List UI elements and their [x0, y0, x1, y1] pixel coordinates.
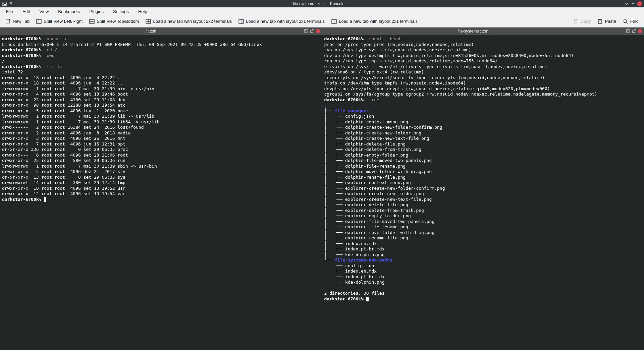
paste-button[interactable]: Paste [595, 17, 619, 25]
menu-edit[interactable]: Edit [19, 8, 33, 15]
menu-file[interactable]: File [3, 8, 16, 15]
split-lr-label: Split View Left/Right [44, 19, 83, 24]
tab-row: / : zsh file-systems : zsh [0, 27, 644, 35]
split-lr-button[interactable]: Split View Left/Right [34, 17, 85, 25]
tab-right[interactable]: file-systems : zsh [322, 27, 644, 35]
layout-2x1-b-icon [331, 19, 337, 24]
svg-line-17 [626, 22, 628, 23]
layout-2x2-label: Load a new tab with layout 2x2 terminals [153, 19, 232, 24]
svg-rect-19 [311, 30, 313, 33]
split-tb-label: Split View Top/Bottom [97, 19, 139, 24]
copy-icon [573, 19, 579, 24]
menu-bookmarks[interactable]: Bookmarks [55, 8, 83, 15]
tab-right-expand-icon[interactable] [626, 29, 631, 34]
terminal-left[interactable]: darkstar-6700k% uname -a Linux darkstar-… [0, 35, 322, 350]
copy-label: Copy [581, 19, 591, 24]
terminal-right[interactable]: darkstar-6700k% mount | head proc on /pr… [322, 35, 644, 350]
menubar: File Edit View Bookmarks Plugins Setting… [0, 7, 644, 15]
maximize-icon[interactable] [631, 1, 635, 6]
layout-2x1-a-button[interactable]: Load a new tab with layout 2x1 terminals [236, 17, 327, 25]
search-icon [623, 19, 628, 24]
tab-left-expand-icon[interactable] [304, 29, 309, 34]
menu-plugins[interactable]: Plugins [86, 8, 107, 15]
layout-2x2-button[interactable]: Load a new tab with layout 2x2 terminals [143, 17, 234, 25]
toolbar: New Tab Split View Left/Right Split View… [0, 15, 644, 27]
layout-2x2-icon [146, 19, 151, 24]
svg-rect-21 [633, 30, 635, 33]
paste-label: Paste [605, 19, 616, 24]
tab-left-title: / : zsh [0, 29, 302, 34]
close-button[interactable] [637, 1, 642, 6]
layout-2x1-a-label: Load a new tab with layout 2x1 terminals [246, 19, 325, 24]
menu-help[interactable]: Help [135, 8, 151, 15]
new-tab-label: New Tab [13, 19, 30, 24]
tab-right-title: file-systems : zsh [322, 29, 624, 34]
svg-rect-13 [574, 20, 577, 23]
paste-icon [597, 19, 603, 24]
tab-right-close[interactable] [638, 29, 642, 33]
pin-icon[interactable] [9, 1, 13, 6]
find-label: Find [630, 19, 639, 24]
tab-left-detach-icon[interactable] [310, 29, 315, 34]
tab-right-detach-icon[interactable] [632, 29, 637, 34]
terminal-icon [2, 1, 7, 6]
titlebar: file-systems : zsh — Konsole [0, 0, 644, 7]
tab-left[interactable]: / : zsh [0, 27, 322, 35]
terminal-panes: darkstar-6700k% uname -a Linux darkstar-… [0, 35, 644, 350]
split-tb-icon [89, 19, 95, 24]
svg-point-16 [624, 19, 627, 22]
window-title: file-systems : zsh — Konsole [13, 1, 624, 6]
minimize-icon[interactable] [624, 1, 629, 6]
copy-button[interactable]: Copy [571, 17, 593, 25]
split-lr-icon [36, 19, 42, 24]
svg-rect-0 [2, 2, 6, 6]
layout-2x1-b-label: Load a new tab with layout 2x1 terminals [339, 19, 418, 24]
new-tab-button[interactable]: New Tab [3, 17, 32, 25]
find-button[interactable]: Find [620, 17, 641, 25]
new-tab-icon [5, 19, 11, 24]
split-tb-button[interactable]: Split View Top/Bottom [87, 17, 142, 25]
menu-settings[interactable]: Settings [110, 8, 132, 15]
menu-view[interactable]: View [36, 8, 52, 15]
layout-2x1-a-icon [238, 19, 244, 24]
tab-left-close[interactable] [316, 29, 320, 33]
layout-2x1-b-button[interactable]: Load a new tab with layout 2x1 terminals [329, 17, 420, 25]
